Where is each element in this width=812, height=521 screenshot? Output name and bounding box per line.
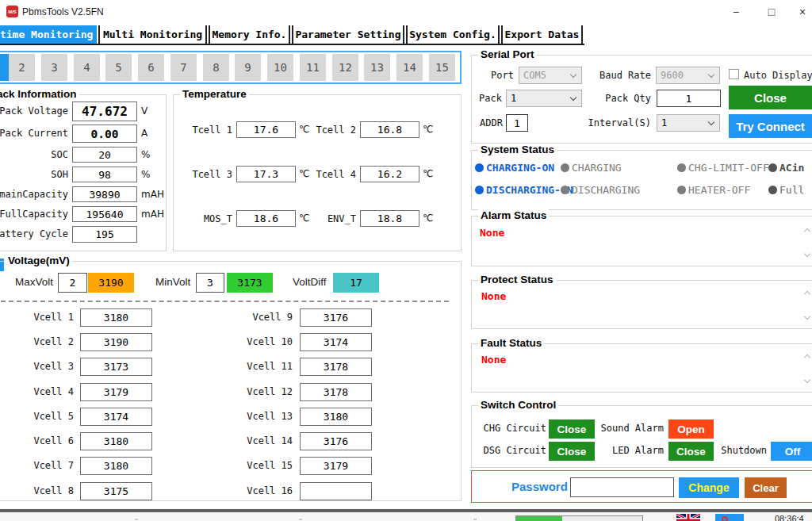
pack-button-13[interactable]: 13 xyxy=(364,54,390,81)
tab-export-datas[interactable]: Export Datas xyxy=(501,25,583,44)
pack-button-5[interactable]: 5 xyxy=(105,54,132,81)
progress-fill xyxy=(516,516,562,521)
vcell-label: Vcell 13 xyxy=(223,411,293,422)
battery-cycle-value: 195 xyxy=(72,226,137,243)
tab-memory-info[interactable]: Memory Info. xyxy=(209,25,290,44)
clear-password-button[interactable]: Clear xyxy=(745,477,787,498)
clock: 08:36:4 xyxy=(775,514,804,521)
pack-button-3[interactable]: 3 xyxy=(41,54,67,81)
tab-realtime-monitoring[interactable]: Realtime Monitoring xyxy=(0,25,97,44)
tab-multi-monitoring[interactable]: Multi Monitoring xyxy=(98,25,207,44)
interval-select[interactable]: 1 xyxy=(657,114,720,132)
pack-button-7[interactable]: 7 xyxy=(170,54,197,81)
vcell-value: 3176 xyxy=(300,308,372,327)
status-chg-limit-off: CHG-LIMIT-OFF xyxy=(677,162,769,174)
vcell-value: 3179 xyxy=(300,457,372,475)
voltage-title: Voltage(mV) xyxy=(6,255,72,266)
vcell-value: 3190 xyxy=(80,333,152,351)
pack-button-8[interactable]: 8 xyxy=(203,54,229,81)
addr-label: ADDR xyxy=(472,117,503,128)
pack-button-9[interactable]: 9 xyxy=(235,54,261,81)
close-port-button[interactable]: Close xyxy=(729,86,812,109)
status-dot-icon xyxy=(768,163,777,172)
vcell-label: Vcell 14 xyxy=(223,435,293,446)
status-dot-icon xyxy=(475,163,484,172)
scroll-down-icon[interactable] xyxy=(804,313,810,320)
auto-display-checkbox[interactable] xyxy=(729,69,739,79)
try-connect-button[interactable]: Try Connect xyxy=(729,114,812,138)
vcell-label: Vcell 3 xyxy=(9,361,74,372)
voltage-panel: Voltage(mV) MaxVolt 2 3190 MinVolt 3 317… xyxy=(0,261,462,501)
protect-status-panel: Protect Status None xyxy=(471,280,812,329)
taskbar-app-indicator xyxy=(299,519,302,520)
pack-button-11[interactable]: 11 xyxy=(300,54,326,81)
pack-selector-frame xyxy=(0,51,462,84)
alarm-status-value: None xyxy=(480,227,504,239)
pack-button-1[interactable]: 1 xyxy=(0,54,9,81)
sound-alarm-button[interactable]: Open xyxy=(668,419,714,439)
pack-button-15[interactable]: 15 xyxy=(429,54,455,81)
vcell-value: 3173 xyxy=(80,358,152,376)
tab-system-config[interactable]: System Config. xyxy=(406,25,500,44)
vcell-value: 3180 xyxy=(300,408,372,426)
password-input[interactable] xyxy=(570,477,674,497)
scroll-up-icon[interactable] xyxy=(804,354,810,361)
status-full: Full xyxy=(768,184,804,196)
taskbar-progress-bar xyxy=(515,515,643,521)
vcell-value: 3175 xyxy=(80,482,152,500)
vcell-label: Vcell 6 xyxy=(9,435,74,446)
port-label: Port xyxy=(472,70,514,81)
system-status-title: System Status xyxy=(478,144,557,155)
scroll-down-icon[interactable] xyxy=(804,377,810,383)
fault-status-title: Fault Status xyxy=(478,337,544,349)
titlebar: M/S PbmsTools V2.5FN − □ × xyxy=(0,0,812,24)
tray-app-icon[interactable] xyxy=(715,514,744,521)
close-icon[interactable]: × xyxy=(793,3,812,21)
vcell-label: Vcell 5 xyxy=(9,411,74,422)
pack-button-2[interactable]: 2 xyxy=(9,54,35,81)
vcell-value: 3180 xyxy=(80,457,152,475)
scroll-down-icon[interactable] xyxy=(804,251,810,257)
maxvolt-value: 3190 xyxy=(88,273,134,293)
maximize-icon[interactable]: □ xyxy=(760,3,783,21)
baud-rate-select[interactable]: 9600 xyxy=(656,67,720,84)
dashed-divider xyxy=(0,301,449,302)
tcell4-value: 16.2 xyxy=(360,166,419,182)
fault-status-panel: Fault Status None xyxy=(471,343,812,393)
pack-qty-input[interactable]: 1 xyxy=(657,90,721,107)
pack-button-6[interactable]: 6 xyxy=(138,54,164,81)
field-unit: % xyxy=(141,149,150,160)
uk-flag-icon[interactable] xyxy=(676,514,700,521)
maxvolt-index: 2 xyxy=(58,273,87,293)
change-password-button[interactable]: Change xyxy=(679,477,739,498)
scroll-up-icon[interactable] xyxy=(804,291,810,297)
taskbar-app-indicator xyxy=(473,519,477,520)
baud-rate-value: 9600 xyxy=(661,70,684,81)
status-dot-icon xyxy=(561,186,569,194)
taskbar: 08:36:4 xyxy=(0,512,812,521)
status-charging-on: CHARGING-ON xyxy=(475,162,554,174)
mos-t-value: 18.6 xyxy=(236,210,296,227)
baud-rate-label: Baud Rate xyxy=(567,70,651,81)
pack-button-14[interactable]: 14 xyxy=(396,54,423,81)
field-label: Tcell 2 xyxy=(297,125,356,136)
pack-button-10[interactable]: 10 xyxy=(267,54,293,81)
voltdiff-value: 17 xyxy=(333,273,379,293)
addr-input[interactable]: 1 xyxy=(506,114,528,132)
pack-button-12[interactable]: 12 xyxy=(332,54,358,81)
tab-parameter-setting[interactable]: Parameter Setting xyxy=(292,25,404,44)
tcell1-value: 17.6 xyxy=(236,121,296,138)
field-label: ENV_T xyxy=(297,213,356,224)
app-logo-icon: M/S xyxy=(6,6,18,17)
switch-control-panel: Switch Control CHG Circuit Close Sound A… xyxy=(471,405,812,468)
status-dot-icon xyxy=(677,186,686,194)
scroll-up-icon[interactable] xyxy=(804,228,810,235)
shutdown-button[interactable]: Off xyxy=(771,442,812,461)
pack-button-4[interactable]: 4 xyxy=(74,54,100,81)
temperature-panel: Temperature Tcell 1 17.6 ℃ Tcell 2 16.8 … xyxy=(173,94,462,251)
window-title: PbmsTools V2.5FN xyxy=(22,6,104,17)
pack-voltage-value: 47.672 xyxy=(72,102,137,121)
minimize-icon[interactable]: − xyxy=(724,3,748,21)
pack-qty-label: Pack Qty xyxy=(567,93,651,104)
pack-current-value: 0.00 xyxy=(72,125,137,143)
